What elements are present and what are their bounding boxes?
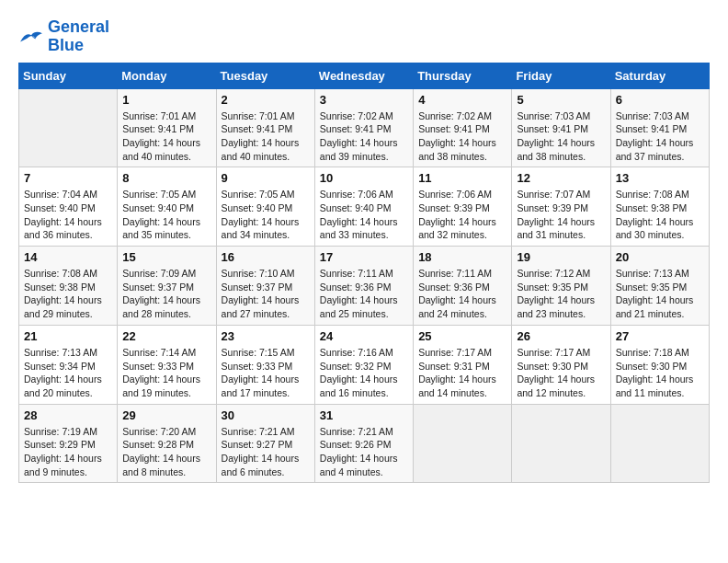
day-number: 11 xyxy=(418,171,506,185)
weekday-header: Monday xyxy=(118,63,216,88)
day-number: 30 xyxy=(222,408,310,422)
calendar-day-cell: 24Sunrise: 7:16 AM Sunset: 9:32 PM Dayli… xyxy=(314,325,413,404)
day-number: 24 xyxy=(320,329,408,343)
calendar-day-cell: 3Sunrise: 7:02 AM Sunset: 9:41 PM Daylig… xyxy=(314,88,413,167)
day-info: Sunrise: 7:12 AM Sunset: 9:35 PM Dayligh… xyxy=(517,267,605,321)
logo-text: General Blue xyxy=(48,18,109,55)
calendar-day-cell: 7Sunrise: 7:04 AM Sunset: 9:40 PM Daylig… xyxy=(19,167,118,247)
weekday-header: Thursday xyxy=(414,63,512,88)
day-number: 17 xyxy=(320,250,408,264)
day-info: Sunrise: 7:14 AM Sunset: 9:33 PM Dayligh… xyxy=(122,346,210,400)
calendar-day-cell: 19Sunrise: 7:12 AM Sunset: 9:35 PM Dayli… xyxy=(512,247,610,326)
day-info: Sunrise: 7:13 AM Sunset: 9:35 PM Dayligh… xyxy=(616,267,704,321)
calendar-day-cell: 13Sunrise: 7:08 AM Sunset: 9:38 PM Dayli… xyxy=(610,167,709,247)
day-info: Sunrise: 7:08 AM Sunset: 9:38 PM Dayligh… xyxy=(24,267,112,321)
calendar-day-cell: 8Sunrise: 7:05 AM Sunset: 9:40 PM Daylig… xyxy=(118,167,216,247)
calendar-day-cell: 31Sunrise: 7:21 AM Sunset: 9:26 PM Dayli… xyxy=(314,404,413,483)
day-number: 23 xyxy=(222,329,310,343)
calendar-week-row: 14Sunrise: 7:08 AM Sunset: 9:38 PM Dayli… xyxy=(19,247,710,326)
day-number: 28 xyxy=(24,408,112,422)
calendar-day-cell xyxy=(610,404,709,483)
calendar-day-cell: 2Sunrise: 7:01 AM Sunset: 9:41 PM Daylig… xyxy=(216,88,314,167)
day-info: Sunrise: 7:15 AM Sunset: 9:33 PM Dayligh… xyxy=(222,346,310,400)
calendar-day-cell xyxy=(414,404,512,483)
day-info: Sunrise: 7:17 AM Sunset: 9:31 PM Dayligh… xyxy=(418,346,506,400)
calendar-day-cell: 28Sunrise: 7:19 AM Sunset: 9:29 PM Dayli… xyxy=(19,404,118,483)
day-number: 14 xyxy=(24,250,112,264)
day-info: Sunrise: 7:07 AM Sunset: 9:39 PM Dayligh… xyxy=(517,188,605,242)
calendar-day-cell: 18Sunrise: 7:11 AM Sunset: 9:36 PM Dayli… xyxy=(414,247,512,326)
day-number: 2 xyxy=(222,93,310,107)
day-info: Sunrise: 7:19 AM Sunset: 9:29 PM Dayligh… xyxy=(24,425,112,479)
day-info: Sunrise: 7:08 AM Sunset: 9:38 PM Dayligh… xyxy=(616,188,704,242)
day-info: Sunrise: 7:06 AM Sunset: 9:40 PM Dayligh… xyxy=(320,188,408,242)
calendar-day-cell: 12Sunrise: 7:07 AM Sunset: 9:39 PM Dayli… xyxy=(512,167,610,247)
calendar-day-cell: 26Sunrise: 7:17 AM Sunset: 9:30 PM Dayli… xyxy=(512,325,610,404)
day-number: 6 xyxy=(616,93,704,107)
calendar-day-cell: 20Sunrise: 7:13 AM Sunset: 9:35 PM Dayli… xyxy=(610,247,709,326)
weekday-header: Saturday xyxy=(610,63,709,88)
calendar-day-cell: 25Sunrise: 7:17 AM Sunset: 9:31 PM Dayli… xyxy=(414,325,512,404)
day-number: 1 xyxy=(122,93,210,107)
calendar-week-row: 1Sunrise: 7:01 AM Sunset: 9:41 PM Daylig… xyxy=(19,88,710,167)
calendar-day-cell: 14Sunrise: 7:08 AM Sunset: 9:38 PM Dayli… xyxy=(19,247,118,326)
day-info: Sunrise: 7:03 AM Sunset: 9:41 PM Dayligh… xyxy=(616,109,704,164)
calendar-week-row: 7Sunrise: 7:04 AM Sunset: 9:40 PM Daylig… xyxy=(19,167,710,247)
calendar-day-cell: 23Sunrise: 7:15 AM Sunset: 9:33 PM Dayli… xyxy=(216,325,314,404)
day-number: 4 xyxy=(418,93,506,107)
day-info: Sunrise: 7:01 AM Sunset: 9:41 PM Dayligh… xyxy=(222,109,310,164)
day-info: Sunrise: 7:10 AM Sunset: 9:37 PM Dayligh… xyxy=(222,267,310,321)
calendar-table: SundayMondayTuesdayWednesdayThursdayFrid… xyxy=(18,63,710,484)
day-info: Sunrise: 7:20 AM Sunset: 9:28 PM Dayligh… xyxy=(122,425,210,479)
calendar-day-cell: 5Sunrise: 7:03 AM Sunset: 9:41 PM Daylig… xyxy=(512,88,610,167)
day-number: 16 xyxy=(222,250,310,264)
day-info: Sunrise: 7:04 AM Sunset: 9:40 PM Dayligh… xyxy=(24,188,112,242)
day-info: Sunrise: 7:16 AM Sunset: 9:32 PM Dayligh… xyxy=(320,346,408,400)
calendar-day-cell: 16Sunrise: 7:10 AM Sunset: 9:37 PM Dayli… xyxy=(216,247,314,326)
day-info: Sunrise: 7:06 AM Sunset: 9:39 PM Dayligh… xyxy=(418,188,506,242)
day-info: Sunrise: 7:11 AM Sunset: 9:36 PM Dayligh… xyxy=(418,267,506,321)
day-info: Sunrise: 7:13 AM Sunset: 9:34 PM Dayligh… xyxy=(24,346,112,400)
logo: General Blue xyxy=(18,18,109,55)
calendar-day-cell: 27Sunrise: 7:18 AM Sunset: 9:30 PM Dayli… xyxy=(610,325,709,404)
day-number: 5 xyxy=(517,93,605,107)
day-number: 26 xyxy=(517,329,605,343)
calendar-week-row: 28Sunrise: 7:19 AM Sunset: 9:29 PM Dayli… xyxy=(19,404,710,483)
day-number: 19 xyxy=(517,250,605,264)
calendar-day-cell: 4Sunrise: 7:02 AM Sunset: 9:41 PM Daylig… xyxy=(414,88,512,167)
day-info: Sunrise: 7:18 AM Sunset: 9:30 PM Dayligh… xyxy=(616,346,704,400)
weekday-header: Wednesday xyxy=(314,63,413,88)
day-number: 29 xyxy=(122,408,210,422)
day-info: Sunrise: 7:17 AM Sunset: 9:30 PM Dayligh… xyxy=(517,346,605,400)
day-number: 9 xyxy=(222,171,310,185)
calendar-week-row: 21Sunrise: 7:13 AM Sunset: 9:34 PM Dayli… xyxy=(19,325,710,404)
day-number: 25 xyxy=(418,329,506,343)
day-number: 31 xyxy=(320,408,408,422)
day-info: Sunrise: 7:11 AM Sunset: 9:36 PM Dayligh… xyxy=(320,267,408,321)
logo-icon xyxy=(18,27,44,47)
day-info: Sunrise: 7:05 AM Sunset: 9:40 PM Dayligh… xyxy=(122,188,210,242)
day-info: Sunrise: 7:09 AM Sunset: 9:37 PM Dayligh… xyxy=(122,267,210,321)
weekday-header: Tuesday xyxy=(216,63,314,88)
calendar-day-cell: 22Sunrise: 7:14 AM Sunset: 9:33 PM Dayli… xyxy=(118,325,216,404)
day-number: 12 xyxy=(517,171,605,185)
day-number: 7 xyxy=(24,171,112,185)
day-number: 13 xyxy=(616,171,704,185)
day-number: 3 xyxy=(320,93,408,107)
calendar-day-cell: 21Sunrise: 7:13 AM Sunset: 9:34 PM Dayli… xyxy=(19,325,118,404)
calendar-header-row: SundayMondayTuesdayWednesdayThursdayFrid… xyxy=(19,63,710,88)
weekday-header: Sunday xyxy=(19,63,118,88)
calendar-day-cell xyxy=(19,88,118,167)
calendar-day-cell: 30Sunrise: 7:21 AM Sunset: 9:27 PM Dayli… xyxy=(216,404,314,483)
calendar-day-cell: 6Sunrise: 7:03 AM Sunset: 9:41 PM Daylig… xyxy=(610,88,709,167)
calendar-day-cell: 9Sunrise: 7:05 AM Sunset: 9:40 PM Daylig… xyxy=(216,167,314,247)
day-number: 21 xyxy=(24,329,112,343)
day-info: Sunrise: 7:05 AM Sunset: 9:40 PM Dayligh… xyxy=(222,188,310,242)
day-info: Sunrise: 7:21 AM Sunset: 9:27 PM Dayligh… xyxy=(222,425,310,479)
day-number: 18 xyxy=(418,250,506,264)
day-info: Sunrise: 7:02 AM Sunset: 9:41 PM Dayligh… xyxy=(320,109,408,164)
day-info: Sunrise: 7:01 AM Sunset: 9:41 PM Dayligh… xyxy=(122,109,210,164)
day-info: Sunrise: 7:21 AM Sunset: 9:26 PM Dayligh… xyxy=(320,425,408,479)
calendar-day-cell: 17Sunrise: 7:11 AM Sunset: 9:36 PM Dayli… xyxy=(314,247,413,326)
day-number: 22 xyxy=(122,329,210,343)
